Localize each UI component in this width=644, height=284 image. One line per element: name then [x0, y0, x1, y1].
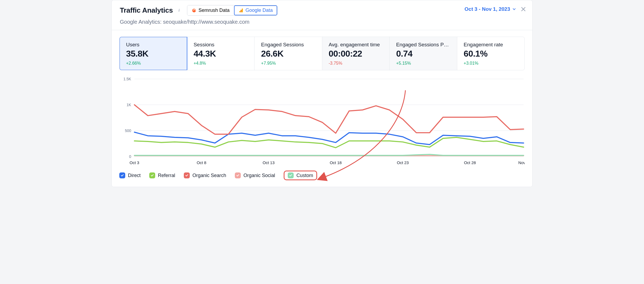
semrush-data-button[interactable]: Semrush Data — [187, 5, 234, 15]
svg-text:Oct 28: Oct 28 — [464, 160, 476, 165]
metric-delta: +2.66% — [126, 61, 180, 66]
metric-label: Engaged Sessions — [261, 42, 315, 48]
info-icon[interactable]: i — [177, 8, 182, 13]
metric-label: Engagement rate — [464, 42, 518, 48]
legend-item-referral[interactable]: Referral — [149, 172, 175, 178]
svg-text:Oct 18: Oct 18 — [330, 160, 342, 165]
legend-label: Organic Social — [243, 173, 275, 178]
close-icon — [520, 6, 526, 12]
chevron-down-icon — [512, 7, 516, 11]
legend-item-direct[interactable]: Direct — [119, 172, 141, 178]
google-analytics-icon — [239, 8, 243, 13]
metric-label: Avg. engagement time — [329, 42, 383, 48]
metric-value: 44.3K — [194, 49, 248, 59]
legend-checkbox[interactable] — [149, 172, 155, 178]
svg-rect-2 — [240, 10, 242, 12]
metric-card[interactable]: Sessions44.3K+4.8% — [187, 37, 255, 70]
legend-item-organic-social[interactable]: Organic Social — [235, 172, 275, 178]
metric-value: 60.1% — [464, 49, 518, 59]
date-range-picker[interactable]: Oct 3 - Nov 1, 2023 — [465, 6, 516, 12]
chart-legend: DirectReferralOrganic SearchOrganic Soci… — [119, 171, 525, 180]
legend-checkbox[interactable] — [288, 172, 294, 178]
metric-delta: +7.95% — [261, 61, 315, 66]
legend-checkbox[interactable] — [184, 172, 190, 178]
page-title: Traffic Analytics — [120, 6, 173, 15]
svg-text:500: 500 — [125, 129, 131, 133]
legend-checkbox[interactable] — [119, 172, 125, 178]
check-icon — [236, 174, 239, 177]
header: Traffic Analytics i Semrush Data Google … — [112, 0, 532, 30]
metric-value: 00:00:22 — [329, 49, 383, 59]
data-source-toggle: Semrush Data Google Data — [187, 5, 277, 16]
svg-text:Nov 1: Nov 1 — [518, 160, 525, 165]
check-icon — [289, 174, 292, 177]
metric-card[interactable]: Engaged Sessions Pe...0.74+5.15% — [390, 37, 457, 70]
legend-label: Organic Search — [192, 173, 226, 178]
legend-label: Referral — [158, 173, 175, 178]
metric-label: Users — [126, 42, 180, 48]
svg-text:0: 0 — [129, 154, 131, 159]
svg-rect-1 — [239, 11, 240, 12]
svg-text:Oct 3: Oct 3 — [130, 160, 139, 165]
legend-label: Direct — [128, 173, 141, 178]
metric-delta: +4.8% — [194, 61, 248, 66]
metric-value: 26.6K — [261, 49, 315, 59]
metrics-row: Users35.8K+2.66%Sessions44.3K+4.8%Engage… — [119, 37, 525, 70]
metric-delta: -3.75% — [329, 61, 383, 66]
chart-svg: 05001K1.5KOct 3Oct 8Oct 13Oct 18Oct 23Oc… — [119, 77, 525, 166]
metric-label: Sessions — [194, 42, 248, 48]
legend-item-custom[interactable]: Custom — [284, 171, 317, 180]
check-icon — [185, 174, 188, 177]
metric-delta: +3.01% — [464, 61, 518, 66]
legend-checkbox[interactable] — [235, 172, 241, 178]
subtitle: Google Analytics: seoquake/http://www.se… — [120, 19, 525, 25]
check-icon — [151, 174, 154, 177]
metric-value: 35.8K — [126, 49, 180, 59]
svg-rect-3 — [242, 8, 243, 12]
semrush-icon — [192, 8, 196, 13]
svg-text:Oct 23: Oct 23 — [397, 160, 409, 165]
close-button[interactable] — [520, 6, 526, 12]
metric-value: 0.74 — [396, 49, 450, 59]
svg-text:1K: 1K — [127, 103, 131, 107]
metric-card[interactable]: Avg. engagement time00:00:22-3.75% — [322, 37, 390, 70]
traffic-chart[interactable]: 05001K1.5KOct 3Oct 8Oct 13Oct 18Oct 23Oc… — [119, 77, 525, 166]
svg-text:1.5K: 1.5K — [123, 77, 131, 81]
metric-delta: +5.15% — [396, 61, 450, 66]
metric-card[interactable]: Engaged Sessions26.6K+7.95% — [255, 37, 322, 70]
check-icon — [121, 174, 124, 177]
metric-card[interactable]: Engagement rate60.1%+3.01% — [457, 37, 524, 70]
metric-card[interactable]: Users35.8K+2.66% — [120, 37, 187, 70]
metric-label: Engaged Sessions Pe... — [396, 42, 450, 48]
google-data-button[interactable]: Google Data — [234, 5, 277, 15]
svg-text:Oct 13: Oct 13 — [263, 160, 274, 165]
legend-label: Custom — [296, 173, 313, 178]
legend-item-organic-search[interactable]: Organic Search — [184, 172, 226, 178]
svg-text:Oct 8: Oct 8 — [197, 160, 206, 165]
